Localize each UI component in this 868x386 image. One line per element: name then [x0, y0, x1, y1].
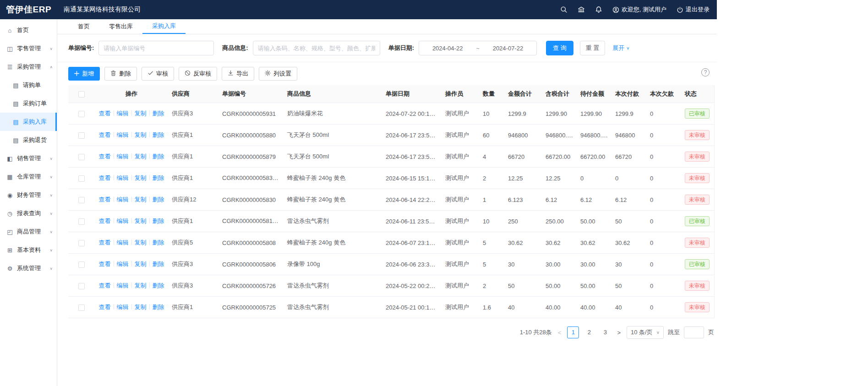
view-link[interactable]: 查看 — [99, 131, 111, 138]
add-button[interactable]: 新增 — [68, 67, 100, 81]
sidebar-item-purchase[interactable]: ☰ 采购管理 ∧ — [0, 58, 57, 76]
copy-link[interactable]: 复制 — [135, 153, 147, 160]
delete-link[interactable]: 删除 — [153, 196, 164, 203]
row-checkbox[interactable] — [78, 218, 85, 225]
edit-link[interactable]: 编辑 — [117, 304, 129, 310]
search-icon[interactable] — [560, 6, 568, 13]
delete-link[interactable]: 删除 — [153, 174, 164, 181]
bill-no-input[interactable] — [98, 41, 214, 55]
copy-link[interactable]: 复制 — [135, 261, 147, 267]
sidebar-item-basic-data[interactable]: ⊞ 基本资料 ∨ — [0, 241, 57, 259]
page-size-select[interactable]: 10 条/页 ∨ — [627, 326, 664, 339]
expand-link[interactable]: 展开 ∨ — [612, 44, 629, 52]
export-button[interactable]: 导出 — [222, 67, 254, 81]
reset-button[interactable]: 重 置 — [580, 41, 606, 55]
row-checkbox[interactable] — [78, 132, 85, 139]
unaudit-button[interactable]: 反审核 — [179, 67, 217, 81]
page-button-1[interactable]: 1 — [567, 326, 579, 338]
date-from-value[interactable]: 2024-04-22 — [432, 45, 463, 52]
edit-link[interactable]: 编辑 — [117, 153, 129, 160]
copy-link[interactable]: 复制 — [135, 217, 147, 224]
debt-cell: 0 — [646, 254, 681, 275]
sidebar-item-home[interactable]: ⌂ 首页 — [0, 21, 57, 39]
product-cell: 飞天茅台 500ml — [284, 125, 382, 146]
audit-button[interactable]: 审核 — [142, 67, 174, 81]
date-to-value[interactable]: 2024-07-22 — [493, 45, 524, 52]
view-link[interactable]: 查看 — [99, 282, 111, 289]
sidebar-item-purchase-inbound[interactable]: ▤ 采购入库 — [0, 113, 57, 131]
delete-link[interactable]: 删除 — [153, 282, 164, 289]
view-link[interactable]: 查看 — [99, 174, 111, 181]
next-page-button[interactable]: > — [615, 329, 622, 336]
sidebar-item-purchase-request[interactable]: ▤ 请购单 — [0, 76, 57, 94]
sidebar-item-purchase-return[interactable]: ▤ 采购退货 — [0, 131, 57, 149]
delete-link[interactable]: 删除 — [153, 131, 164, 138]
product-info-input[interactable] — [253, 41, 380, 55]
edit-link[interactable]: 编辑 — [117, 239, 129, 246]
row-checkbox[interactable] — [78, 283, 85, 289]
delete-link[interactable]: 删除 — [153, 217, 164, 224]
column-settings-button[interactable]: 列设置 — [259, 67, 297, 81]
welcome-user[interactable]: 欢迎您, 测试用户 — [612, 5, 666, 14]
tab-purchase-inbound[interactable]: 采购入库 — [142, 19, 186, 34]
edit-link[interactable]: 编辑 — [117, 110, 129, 117]
sidebar-item-finance[interactable]: ◉ 财务管理 ∨ — [0, 186, 57, 204]
sidebar-item-sales[interactable]: ◧ 销售管理 ∨ — [0, 149, 57, 168]
delete-link[interactable]: 删除 — [153, 239, 164, 246]
view-link[interactable]: 查看 — [99, 196, 111, 203]
sidebar-item-purchase-order[interactable]: ▤ 采购订单 — [0, 94, 57, 113]
tab-home[interactable]: 首页 — [68, 19, 99, 34]
sidebar-item-products[interactable]: ◰ 商品管理 ∨ — [0, 223, 57, 241]
copy-link[interactable]: 复制 — [135, 196, 147, 203]
copy-link[interactable]: 复制 — [135, 131, 147, 138]
date-range-picker[interactable]: 2024-04-22 ~ 2024-07-22 — [419, 41, 537, 55]
sidebar-item-warehouse[interactable]: ▦ 仓库管理 ∨ — [0, 168, 57, 186]
jump-page-input[interactable] — [684, 326, 704, 338]
delete-button[interactable]: 删除 — [104, 67, 137, 81]
logout-button[interactable]: 退出登录 — [677, 5, 710, 14]
row-checkbox[interactable] — [78, 175, 85, 182]
edit-link[interactable]: 编辑 — [117, 196, 129, 203]
page-button-3[interactable]: 3 — [599, 326, 611, 338]
view-link[interactable]: 查看 — [99, 239, 111, 246]
copy-link[interactable]: 复制 — [135, 239, 147, 246]
delete-link[interactable]: 删除 — [153, 110, 164, 117]
edit-link[interactable]: 编辑 — [117, 217, 129, 224]
row-checkbox[interactable] — [78, 197, 85, 203]
view-link[interactable]: 查看 — [99, 110, 111, 117]
edit-link[interactable]: 编辑 — [117, 261, 129, 267]
row-checkbox[interactable] — [78, 240, 85, 246]
sidebar-item-system[interactable]: ⚙ 系统管理 ∨ — [0, 259, 57, 277]
help-icon[interactable]: ? — [701, 68, 710, 76]
copy-link[interactable]: 复制 — [135, 174, 147, 181]
operator-cell: 测试用户 — [442, 254, 479, 275]
view-link[interactable]: 查看 — [99, 217, 111, 224]
view-link[interactable]: 查看 — [99, 261, 111, 267]
edit-link[interactable]: 编辑 — [117, 282, 129, 289]
copy-link[interactable]: 复制 — [135, 282, 147, 289]
search-button[interactable]: 查 询 — [546, 41, 573, 55]
tab-retail-outbound[interactable]: 零售出库 — [99, 19, 142, 34]
page-button-2[interactable]: 2 — [583, 326, 595, 338]
row-checkbox[interactable] — [78, 111, 85, 117]
select-all-checkbox[interactable] — [78, 91, 85, 98]
edit-link[interactable]: 编辑 — [117, 131, 129, 138]
copy-link[interactable]: 复制 — [135, 110, 147, 117]
delete-link[interactable]: 删除 — [153, 304, 164, 310]
bell-icon[interactable] — [595, 6, 602, 13]
edit-link[interactable]: 编辑 — [117, 174, 129, 181]
row-checkbox[interactable] — [78, 154, 85, 160]
delete-link[interactable]: 删除 — [153, 153, 164, 160]
sidebar-item-retail[interactable]: ◫ 零售管理 ∨ — [0, 39, 57, 58]
view-link[interactable]: 查看 — [99, 153, 111, 160]
copy-link[interactable]: 复制 — [135, 304, 147, 310]
table-row: 查看编辑复制删除 供应商3 CGRK00000005931 奶油味爆米花 202… — [68, 103, 714, 125]
view-link[interactable]: 查看 — [99, 304, 111, 310]
bill-date-label: 单据日期: — [388, 44, 414, 52]
sidebar-item-reports[interactable]: ◷ 报表查询 ∨ — [0, 204, 57, 223]
delete-link[interactable]: 删除 — [153, 261, 164, 267]
prev-page-button[interactable]: < — [556, 329, 563, 336]
row-checkbox[interactable] — [78, 261, 85, 268]
row-checkbox[interactable] — [78, 304, 85, 311]
bank-icon[interactable] — [578, 6, 585, 13]
